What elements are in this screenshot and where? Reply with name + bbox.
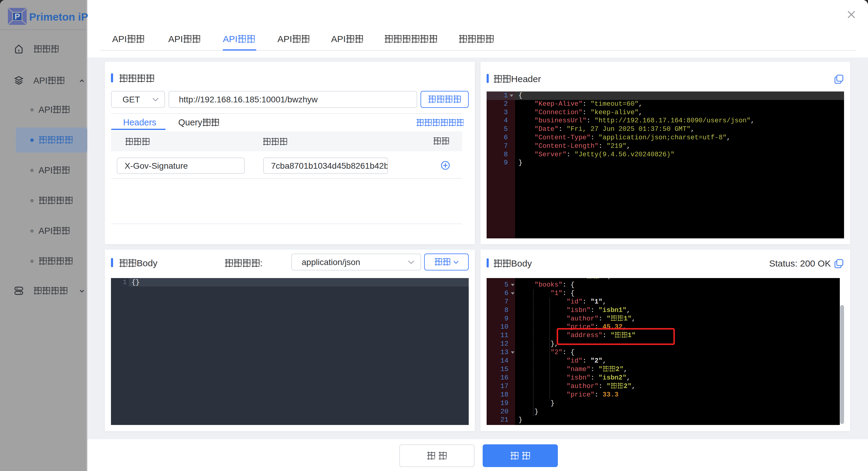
svg-text:P: P [14, 12, 20, 21]
